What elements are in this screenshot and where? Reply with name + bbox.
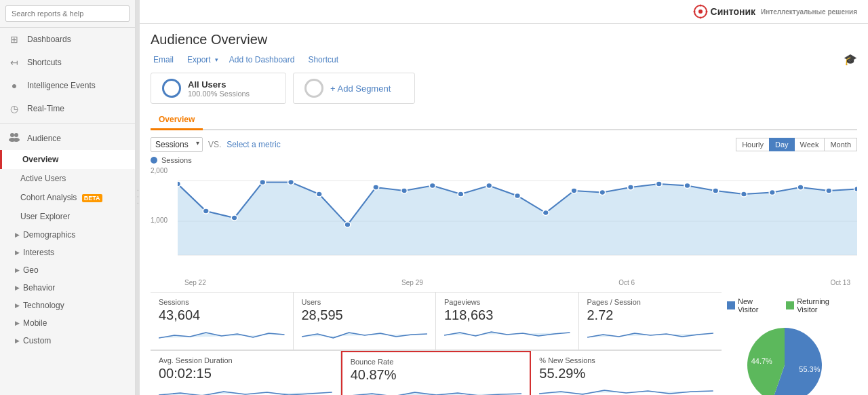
svg-point-25 [486,183,492,189]
sidebar-item-mobile[interactable]: ▶ Mobile [0,314,135,332]
top-bar: Синтоник Интеллектуальные решения [140,0,868,24]
svg-point-8 [693,11,695,13]
chart-legend-label: Sessions [161,156,192,164]
svg-point-33 [713,188,719,193]
stats-grid-row2: Avg. Session Duration 00:02:15 Bounce Ra… [151,350,722,395]
search-input[interactable] [5,5,130,22]
returning-visitor-label: Returning Visitor [797,297,852,314]
sidebar-sub-label-overview: Overview [22,155,58,164]
logo-icon [693,4,708,19]
chart-legend: Sessions [151,156,857,164]
sidebar-sub-label-active-users: Active Users [20,174,66,183]
time-btn-hourly[interactable]: Hourly [736,138,770,151]
svg-text:55.3%: 55.3% [799,365,820,373]
triangle-icon-technology: ▶ [15,302,20,309]
sidebar-item-user-explorer[interactable]: User Explorer [0,207,135,226]
add-to-dashboard-button[interactable]: Add to Dashboard [226,54,298,66]
sidebar-label-audience: Audience [27,134,61,143]
action-bar-right: 🎓 [844,53,857,66]
stat-bounce-value: 40.87% [351,367,522,383]
sidebar-group-label-interests: Interests [23,248,54,257]
vs-text: VS. [208,140,221,149]
sidebar-item-audience[interactable]: Audience [0,126,135,150]
logo-area: Синтоник Интеллектуальные решения [693,4,857,19]
sidebar-item-technology[interactable]: ▶ Technology [0,297,135,314]
sidebar-item-geo[interactable]: ▶ Geo [0,261,135,279]
sidebar-label-shortcuts: Shortcuts [27,58,62,67]
sidebar-label-dashboards: Dashboards [27,35,71,44]
sidebar-item-intelligence[interactable]: ● Intelligence Events [0,74,135,97]
svg-point-38 [854,187,857,192]
svg-point-36 [797,185,804,190]
stat-new-sessions: % New Sessions 55.29% [531,351,722,395]
segment-bar: All Users 100.00% Sessions + Add Segment [151,73,857,104]
svg-point-23 [429,183,435,189]
tab-bar: Overview [151,111,857,130]
svg-point-32 [684,183,690,189]
svg-point-18 [288,180,294,185]
segment-card-add[interactable]: + Add Segment [293,73,415,104]
select-metric-link[interactable]: Select a metric [226,140,280,149]
sparkline-bounce [351,385,522,395]
sidebar-item-realtime[interactable]: ◷ Real-Time [0,97,135,120]
triangle-icon-custom: ▶ [15,337,20,344]
tab-overview[interactable]: Overview [151,111,203,130]
segment-card-all-users: All Users 100.00% Sessions [151,73,286,104]
svg-point-20 [344,222,351,227]
sidebar-item-behavior[interactable]: ▶ Behavior [0,279,135,297]
action-bar: Email Export ▾ Add to Dashboard Shortcut… [151,53,857,66]
sidebar-group-label-geo: Geo [23,265,39,275]
time-btn-week[interactable]: Week [794,138,825,151]
stat-pages-label: Pages / Session [587,298,714,306]
stat-pageviews-value: 118,663 [444,307,570,323]
x-label-sep22: Sep 22 [184,279,206,286]
sidebar-search-area [0,0,135,28]
sidebar-group-label-technology: Technology [23,301,64,310]
sidebar-item-overview[interactable]: Overview [0,150,135,169]
shortcut-button[interactable]: Shortcut [305,54,341,66]
svg-point-1 [14,133,18,137]
sidebar-sub-label-user-explorer: User Explorer [20,212,70,221]
sidebar-item-demographics[interactable]: ▶ Demographics [0,226,135,244]
sparkline-avg [159,384,332,395]
help-icon: 🎓 [844,54,857,65]
logo-name: Синтоник [711,6,755,17]
x-label-sep29: Sep 29 [401,279,423,286]
chart-area: Sessions 2,000 1,000 0 [151,156,857,286]
export-button[interactable]: Export [184,54,214,66]
email-button[interactable]: Email [151,54,176,66]
svg-point-35 [769,190,775,195]
time-btn-day[interactable]: Day [769,138,795,151]
realtime-icon: ◷ [8,103,20,114]
svg-point-37 [826,188,832,193]
sidebar-item-interests[interactable]: ▶ Interests [0,244,135,261]
segment-info: All Users 100.00% Sessions [188,79,250,98]
time-btn-month[interactable]: Month [824,138,857,151]
svg-point-34 [741,191,747,197]
svg-point-27 [542,210,549,216]
bottom-section: Sessions 43,604 Users 28,595 Pageviews 1… [151,292,857,395]
page-title: Audience Overview [151,32,857,48]
svg-point-6 [699,5,701,7]
y-label-spacer: 0 [151,265,178,273]
metric-dropdown[interactable]: Sessions [151,137,203,152]
x-label-oct13: Oct 13 [831,279,850,286]
beta-badge: BETA [82,194,102,202]
sidebar-item-shortcuts[interactable]: ↤ Shortcuts [0,51,135,74]
svg-point-31 [656,181,662,187]
sidebar-group-label-demographics: Demographics [23,230,75,240]
pie-chart-area: New Visitor Returning Visitor [722,292,857,395]
sidebar-item-active-users[interactable]: Active Users [0,169,135,188]
svg-point-3 [13,138,20,142]
sparkline-pages [587,326,714,342]
triangle-icon-mobile: ▶ [15,320,20,326]
svg-point-19 [316,191,322,197]
sidebar-item-dashboards[interactable]: ⊞ Dashboards [0,28,135,51]
sidebar: ⊞ Dashboards ↤ Shortcuts ● Intelligence … [0,0,136,395]
legend-dot-sessions [151,157,157,164]
bottom-stats: Sessions 43,604 Users 28,595 Pageviews 1… [151,292,722,395]
logo-subtitle: Интеллектуальные решения [761,8,857,16]
stat-pageviews: Pageviews 118,663 [436,293,579,350]
sidebar-item-custom[interactable]: ▶ Custom [0,332,135,350]
sidebar-item-cohort[interactable]: Cohort Analysis BETA [0,188,135,207]
